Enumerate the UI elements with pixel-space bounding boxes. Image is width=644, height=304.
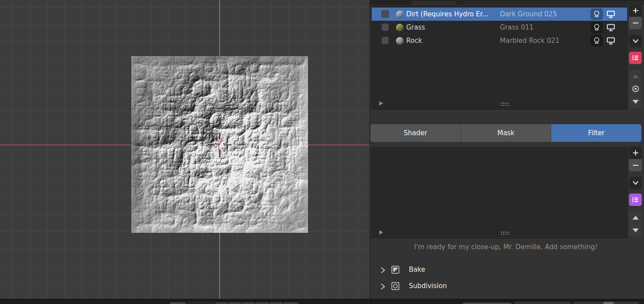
layer-name[interactable]: Dirt (Requires Hydro Er...	[406, 8, 488, 21]
move-layer-up-button[interactable]	[629, 70, 642, 82]
chevron-down-icon	[632, 180, 640, 186]
section-label: Bake	[409, 266, 425, 274]
toolbar-button[interactable]	[187, 301, 213, 304]
bottom-toolbar	[0, 300, 644, 304]
move-layer-down-button[interactable]	[629, 95, 642, 108]
add-layer-button[interactable]	[629, 4, 642, 17]
resize-grip-icon[interactable]	[500, 231, 509, 235]
plus-icon	[632, 149, 639, 156]
layer-name[interactable]: Grass	[406, 21, 425, 34]
chevron-right-icon	[380, 266, 386, 274]
toolbar-button[interactable]	[270, 302, 283, 304]
subdivision-icon	[391, 281, 400, 291]
circle-dot-icon	[632, 85, 640, 93]
tab-filter[interactable]: Filter	[551, 124, 641, 142]
monitor-icon	[606, 10, 615, 19]
cutoff-tab[interactable]	[412, 1, 456, 5]
layer-checkbox[interactable]	[381, 37, 389, 44]
layer-name[interactable]: Rock	[406, 34, 422, 47]
minus-icon	[632, 19, 639, 27]
bake-texture-icon	[391, 265, 400, 274]
monitor-icon	[606, 23, 615, 32]
list-footer	[372, 98, 627, 109]
layer-row-grass[interactable]: Grass Grass 011	[372, 21, 627, 34]
3d-cursor-icon	[207, 133, 232, 157]
layer-checkbox[interactable]	[381, 23, 389, 31]
arrow-down-icon	[633, 100, 639, 104]
toolbar-button[interactable]	[170, 302, 186, 304]
remove-layer-button[interactable]	[629, 17, 642, 29]
list-icon	[632, 196, 639, 203]
filter-expand-icon[interactable]	[379, 230, 383, 235]
arrow-up-icon	[633, 74, 639, 78]
viewport-visibility-toggle[interactable]	[605, 35, 617, 46]
layer-checkbox[interactable]	[381, 10, 389, 18]
move-filter-down-button[interactable]	[629, 224, 642, 236]
toolbar-button[interactable]	[256, 302, 269, 304]
chevron-right-icon	[380, 283, 386, 290]
add-filter-button[interactable]	[629, 147, 642, 159]
toolbar-slider-handle[interactable]	[603, 302, 614, 304]
toolbar-button[interactable]	[242, 302, 255, 304]
matball-toggle[interactable]	[591, 35, 603, 46]
layer-row-rock[interactable]: Rock Marbled Rock 021	[372, 34, 627, 47]
filter-list-action-button[interactable]	[629, 194, 642, 206]
layer-row-dirt[interactable]: Dirt (Requires Hydro Er... Dark Ground 0…	[372, 8, 627, 21]
section-bake[interactable]: Bake	[370, 262, 641, 277]
layer-material-name[interactable]: Marbled Rock 021	[500, 34, 560, 47]
filter-list[interactable]	[371, 147, 628, 239]
minus-icon	[632, 162, 639, 169]
right-properties-panel: Dirt (Requires Hydro Er... Dark Ground 0…	[370, 0, 644, 299]
layer-material-name[interactable]: Grass 011	[500, 21, 533, 34]
toolbar-button[interactable]	[229, 302, 242, 304]
material-preview-sphere	[396, 11, 404, 18]
material-preview-sphere	[396, 24, 404, 31]
toolbar-field[interactable]	[514, 302, 571, 304]
matball-toggle[interactable]	[591, 22, 603, 33]
resize-grip-icon[interactable]	[500, 102, 509, 106]
matball-icon	[593, 23, 601, 31]
tab-shader[interactable]: Shader	[370, 124, 461, 142]
matball-toggle[interactable]	[591, 8, 603, 20]
toolbar-button[interactable]	[283, 302, 298, 304]
layer-specials-dropdown[interactable]	[629, 35, 642, 47]
chevron-down-icon	[632, 38, 640, 44]
list-footer	[372, 227, 627, 238]
material-preview-sphere	[396, 37, 404, 45]
remove-filter-button[interactable]	[629, 159, 642, 171]
layer-material-name[interactable]: Dark Ground 025	[500, 8, 557, 21]
filter-specials-dropdown[interactable]	[629, 177, 642, 189]
layer-list: Dirt (Requires Hydro Er... Dark Ground 0…	[371, 5, 628, 110]
tab-mask[interactable]: Mask	[461, 124, 552, 142]
layer-list-action-button[interactable]	[629, 52, 642, 64]
empty-list-hint: I'm ready for my close-up, Mr. Demille. …	[370, 243, 641, 251]
plus-icon	[632, 7, 639, 14]
cutoff-header	[465, 1, 644, 5]
section-label: Statistics	[391, 298, 421, 299]
toolbar-button[interactable]	[215, 302, 228, 304]
filter-expand-icon[interactable]	[379, 101, 383, 106]
monitor-icon	[606, 37, 615, 45]
matball-icon	[593, 37, 601, 45]
3d-viewport[interactable]	[0, 0, 370, 299]
panel-tabs: Shader Mask Filter	[370, 124, 641, 142]
viewport-visibility-toggle[interactable]	[605, 8, 617, 20]
panel-top-strip	[370, 0, 644, 5]
section-label: Subdivision	[409, 282, 447, 290]
list-icon	[632, 54, 639, 61]
arrow-down-icon	[633, 228, 639, 232]
target-layer-button[interactable]	[629, 83, 642, 95]
move-filter-up-button[interactable]	[629, 211, 642, 224]
matball-icon	[593, 10, 601, 18]
section-statistics[interactable]: Statistics	[370, 295, 641, 299]
viewport-visibility-toggle[interactable]	[605, 22, 617, 33]
arrow-up-icon	[633, 216, 639, 220]
section-subdivision[interactable]: Subdivision	[370, 279, 641, 294]
